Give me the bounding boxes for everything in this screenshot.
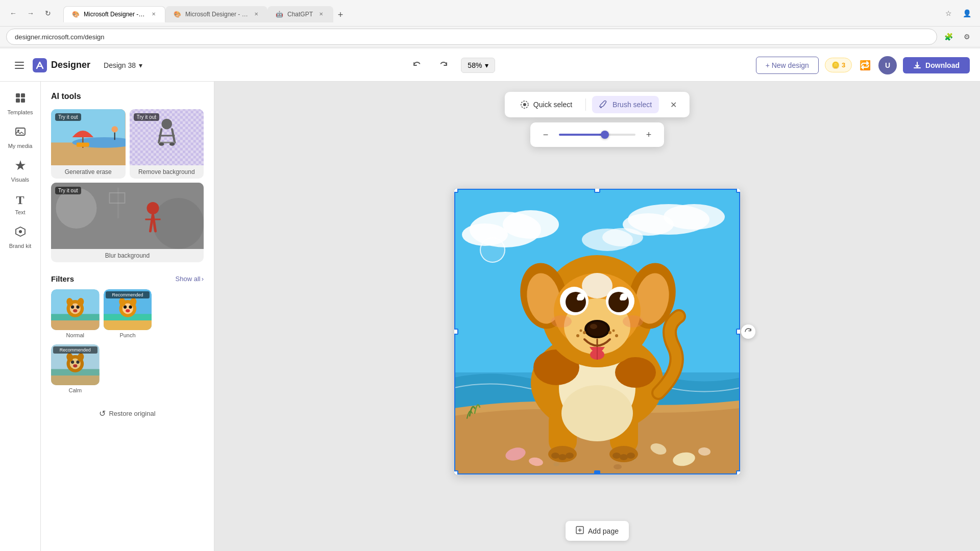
zoom-control[interactable]: 58% ▾ [461,58,495,73]
tab-1-close[interactable]: ✕ [151,10,157,18]
zoom-level: 58% [468,61,482,69]
chevron-right-icon: › [202,275,204,283]
show-all-button[interactable]: Show all › [176,275,204,283]
svg-point-25 [153,198,204,249]
filter-card-punch[interactable]: Recommended Punch [104,289,152,340]
visuals-icon [14,159,27,174]
tab-1[interactable]: 🎨 Microsoft Designer - Stunning ✕ [63,6,165,22]
zoom-chevron-icon: ▾ [485,61,488,69]
bookmark-icon[interactable]: ☆ [941,6,955,20]
new-tab-button[interactable]: + [333,8,348,22]
tab-3-favicon: 🤖 [276,11,283,18]
credits-count: 3 [842,61,845,69]
svg-rect-4 [16,93,20,97]
designer-logo-text: Designer [51,60,90,70]
sidebar-item-brand-kit[interactable]: Brand kit [3,221,38,253]
svg-point-119 [576,334,579,337]
svg-point-21 [159,142,164,145]
svg-point-121 [608,331,611,334]
svg-point-46 [126,309,130,312]
canvas-wrapper [454,189,740,474]
brush-size-slider[interactable] [559,130,635,140]
sidebar-item-templates[interactable]: Templates [3,88,38,119]
download-button[interactable]: Download [903,57,970,73]
brush-select-button[interactable]: Brush select [592,96,659,113]
profile-icon[interactable]: 👤 [960,6,974,20]
tool-card-generative-erase[interactable]: Try it out Generative erase [51,109,126,179]
forward-button[interactable]: → [23,6,38,20]
add-page-button[interactable]: Add page [566,521,629,541]
new-design-button[interactable]: + New design [756,57,819,74]
close-icon: ✕ [670,100,677,110]
share-button[interactable]: 🔁 [858,58,872,72]
tab-2[interactable]: 🎨 Microsoft Designer - Stunning ✕ [165,6,267,22]
chevron-down-icon: ▾ [139,61,142,69]
brush-size-increase-button[interactable]: + [642,128,656,142]
tab-2-favicon: 🎨 [174,11,181,18]
brush-size-decrease-button[interactable]: − [538,128,553,142]
svg-rect-6 [16,98,20,103]
svg-point-89 [612,453,621,459]
credits-badge: 🪙 3 [825,58,852,72]
tool-card-blur-bg[interactable]: Try it out Blur background [51,183,204,262]
text-icon: T [16,193,24,207]
design-name-button[interactable]: Design 38 ▾ [99,58,148,72]
blur-bg-label: Blur background [51,249,204,262]
svg-point-90 [620,454,628,460]
extensions-icon[interactable]: 🧩 [941,30,955,44]
filter-card-normal[interactable]: Normal [51,289,100,340]
address-bar[interactable]: designer.microsoft.com/design [6,29,937,45]
svg-point-123 [612,330,615,332]
tab-3[interactable]: 🤖 ChatGPT ✕ [267,6,333,22]
canvas-image[interactable] [454,189,740,474]
tab-3-label: ChatGPT [287,11,313,18]
canvas-toolbar: Quick select Brush select ✕ [505,92,690,117]
close-toolbar-button[interactable]: ✕ [665,96,681,113]
rotate-handle[interactable] [741,324,755,339]
sidebar-item-my-media[interactable]: My media [3,121,38,153]
avatar[interactable]: U [878,56,897,74]
svg-rect-0 [15,62,24,63]
remove-bg-preview: Try it out [130,109,204,165]
quick-select-label: Quick select [533,101,572,109]
tab-3-close[interactable]: ✕ [317,10,325,18]
restore-icon: ↺ [99,409,106,418]
svg-rect-2 [15,68,24,69]
tool-card-remove-bg[interactable]: Try it out Remove background [130,109,204,179]
download-label: Download [925,61,960,69]
hamburger-button[interactable] [10,56,29,74]
browser-chrome: ← → ↻ 🎨 Microsoft Designer - Stunning ✕ … [0,0,980,27]
text-label: Text [15,209,25,215]
svg-point-122 [615,334,618,337]
quick-select-button[interactable]: Quick select [513,96,579,113]
tab-2-close[interactable]: ✕ [253,10,259,18]
svg-point-70 [602,228,643,246]
undo-button[interactable] [408,56,426,74]
remove-bg-label: Remove background [130,165,204,179]
svg-point-36 [73,309,77,312]
gen-erase-label: Generative erase [51,165,126,179]
restore-original-button[interactable]: ↺ Restore original [51,404,204,423]
redo-button[interactable] [434,56,453,74]
settings-icon[interactable]: ⚙ [960,30,974,44]
toolbar-divider [585,98,586,111]
brush-size-thumb[interactable] [601,131,609,139]
refresh-button[interactable]: ↻ [41,6,55,20]
templates-icon [14,92,27,107]
svg-point-91 [627,453,635,459]
gen-erase-preview: Try it out [51,109,126,165]
filter-card-calm[interactable]: Recommended Calm [51,344,100,395]
svg-point-117 [623,315,643,328]
svg-point-92 [561,385,633,441]
svg-point-61 [600,107,602,108]
ai-tools-grid: Try it out Generative erase [51,109,204,262]
sidebar-item-visuals[interactable]: Visuals [3,155,38,187]
address-bar-row: designer.microsoft.com/design 🧩 ⚙ [0,27,980,47]
sidebar-item-text[interactable]: T Text [3,189,38,219]
svg-rect-1 [15,65,24,66]
new-design-label: + New design [766,61,809,69]
back-button[interactable]: ← [6,6,20,20]
svg-point-15 [111,126,117,132]
tab-1-label: Microsoft Designer - Stunning [84,11,146,18]
svg-point-113 [587,322,607,336]
